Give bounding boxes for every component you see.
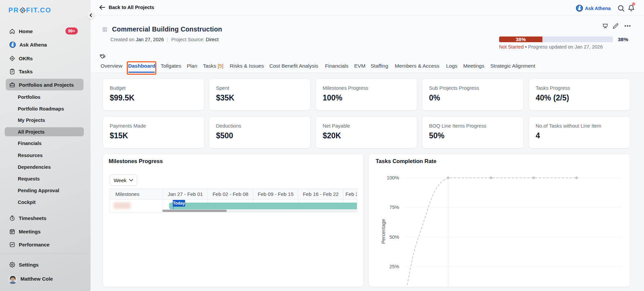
svg-text:Percentage: Percentage <box>381 219 386 244</box>
svg-text:100%: 100% <box>387 175 399 180</box>
svg-text:50%: 50% <box>389 234 399 240</box>
svg-text:25%: 25% <box>389 264 399 269</box>
svg-text:75%: 75% <box>389 205 399 210</box>
